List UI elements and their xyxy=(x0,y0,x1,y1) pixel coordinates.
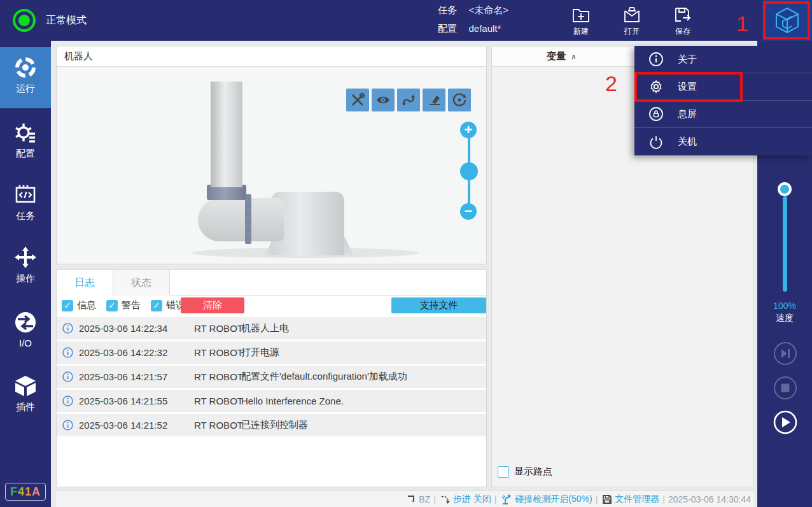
mode-label: 正常模式 xyxy=(46,14,87,27)
sidebar-item-plugin[interactable]: 插件 xyxy=(0,366,51,427)
sidebar-item-configure[interactable]: 配置 xyxy=(0,112,51,173)
log-source: RT ROBOT xyxy=(194,347,243,358)
info-icon xyxy=(62,347,73,358)
file-manager-label[interactable]: 文件管理器 xyxy=(615,494,659,505)
open-button-label: 打开 xyxy=(624,26,640,37)
log-time: 2025-03-06 14:22:32 xyxy=(79,347,167,358)
new-folder-icon xyxy=(571,5,591,24)
support-file-button[interactable]: 支持文件 xyxy=(391,297,486,313)
path-button[interactable] xyxy=(397,89,420,111)
menu-item-about[interactable]: 关于 xyxy=(634,46,812,73)
robot-3d-view[interactable]: + − xyxy=(57,67,486,264)
menu-item-label: 设置 xyxy=(678,81,697,93)
log-source: RT ROBOT xyxy=(194,323,243,334)
info-icon xyxy=(62,371,73,382)
log-message: 机器人上电 xyxy=(241,322,289,334)
file-manager-icon xyxy=(602,494,612,504)
show-waypoints-row: 显示路点 xyxy=(498,466,552,478)
save-button-label: 保存 xyxy=(675,26,690,37)
filter-info-checkbox[interactable]: ✓ xyxy=(62,300,73,311)
step-mode-icon xyxy=(440,494,451,504)
log-source: RT ROBOT xyxy=(194,371,243,382)
badge-segment: F xyxy=(10,485,18,499)
trajectory-icon xyxy=(401,92,416,108)
task-value: <未命名> xyxy=(468,4,508,15)
open-icon xyxy=(622,5,641,24)
configure-icon xyxy=(14,121,37,144)
save-button[interactable]: 保存 xyxy=(664,5,702,38)
sidebar-item-label: 操作 xyxy=(16,273,35,285)
config-row: 配置 default* xyxy=(438,23,501,35)
skip-next-button[interactable] xyxy=(773,341,797,366)
tab-log[interactable]: 日志 xyxy=(57,270,113,296)
log-message: 配置文件'default.configuration'加载成功 xyxy=(241,371,407,383)
operate-icon xyxy=(14,246,37,269)
power-icon xyxy=(648,134,664,150)
firmware-badge[interactable]: F 4 1 A xyxy=(5,483,46,501)
stop-button[interactable] xyxy=(773,376,797,400)
divider: | xyxy=(596,494,598,504)
show-waypoints-checkbox[interactable] xyxy=(498,466,509,478)
speed-slider-track[interactable] xyxy=(783,196,787,292)
erase-button[interactable] xyxy=(423,89,445,111)
log-row[interactable]: 2025-03-06 14:22:34 RT ROBOT 机器人上电 xyxy=(57,317,486,339)
badge-segment: A xyxy=(32,485,41,499)
log-row[interactable]: 2025-03-06 14:21:52 RT ROBOT 已连接到控制器 xyxy=(57,414,486,436)
app-menu-button[interactable] xyxy=(762,0,812,41)
menu-item-shutdown[interactable]: 关机 xyxy=(634,128,812,155)
robot-upper-arm xyxy=(211,82,242,187)
log-row[interactable]: 2025-03-06 14:21:55 RT ROBOT Hello Inter… xyxy=(57,390,486,412)
open-button[interactable]: 打开 xyxy=(613,5,651,38)
plugin-icon xyxy=(14,375,37,397)
config-label: 配置 xyxy=(438,23,457,34)
play-button[interactable] xyxy=(773,410,797,434)
log-time: 2025-03-06 14:22:34 xyxy=(79,323,167,334)
log-source: RT ROBOT xyxy=(194,420,243,431)
rotate-reset-icon xyxy=(452,92,467,108)
sidebar-item-label: 任务 xyxy=(16,210,35,222)
chevron-up-icon[interactable]: ∧ xyxy=(571,52,577,61)
menu-item-settings[interactable]: 设置 xyxy=(634,73,812,101)
new-button-label: 新建 xyxy=(573,26,589,37)
visibility-button[interactable] xyxy=(372,89,395,111)
clear-button[interactable]: 清除 xyxy=(181,297,244,313)
robot-panel-title: 机器人 xyxy=(57,46,486,67)
sidebar-item-run[interactable]: 运行 xyxy=(0,47,51,108)
wrench-screwdriver-icon xyxy=(350,92,365,108)
log-time: 2025-03-06 14:21:55 xyxy=(79,396,167,406)
info-icon xyxy=(62,323,73,334)
sidebar-item-operate[interactable]: 操作 xyxy=(0,237,51,298)
step-mode-label[interactable]: 步进 关闭 xyxy=(453,494,491,505)
reset-view-button[interactable] xyxy=(448,89,471,111)
zoom-slider-handle[interactable] xyxy=(460,162,478,180)
log-message: 已连接到控制器 xyxy=(241,419,308,431)
sidebar-item-task[interactable]: 任务 xyxy=(0,175,51,236)
divider: | xyxy=(494,494,497,504)
info-icon xyxy=(62,420,73,431)
sidebar-item-label: 运行 xyxy=(16,83,35,95)
screen-lock-icon xyxy=(648,106,664,122)
filter-warning-checkbox[interactable]: ✓ xyxy=(106,300,118,311)
badge-segment: 1 xyxy=(25,485,32,499)
collision-detect-icon xyxy=(501,494,512,505)
filter-error-checkbox[interactable]: ✓ xyxy=(151,300,162,311)
log-row[interactable]: 2025-03-06 14:21:57 RT ROBOT 配置文件'defaul… xyxy=(57,366,486,388)
app-logo-cube-icon xyxy=(773,6,802,35)
filter-info-label: 信息 xyxy=(77,299,96,311)
io-icon xyxy=(14,311,37,334)
left-sidebar: 运行 配置 任务 操作 xyxy=(0,41,51,507)
new-button[interactable]: 新建 xyxy=(562,5,600,38)
log-message: 打开电源 xyxy=(241,346,279,359)
speed-slider-handle[interactable] xyxy=(778,182,792,196)
variables-title[interactable]: 变量 xyxy=(547,50,566,62)
collision-detect-label[interactable]: 碰撞检测开启(50%) xyxy=(515,494,592,505)
clock-timestamp: 2025-03-06 14:30:44 xyxy=(668,494,751,504)
zoom-in-button[interactable]: + xyxy=(460,122,477,138)
zoom-out-button[interactable]: − xyxy=(460,203,477,220)
tab-status[interactable]: 状态 xyxy=(113,270,170,296)
menu-item-screen-off[interactable]: 息屏 xyxy=(634,101,812,128)
tools-button[interactable] xyxy=(346,89,369,111)
divider: | xyxy=(433,494,436,504)
log-row[interactable]: 2025-03-06 14:22:32 RT ROBOT 打开电源 xyxy=(57,341,486,364)
sidebar-item-io[interactable]: I/O xyxy=(0,302,51,363)
